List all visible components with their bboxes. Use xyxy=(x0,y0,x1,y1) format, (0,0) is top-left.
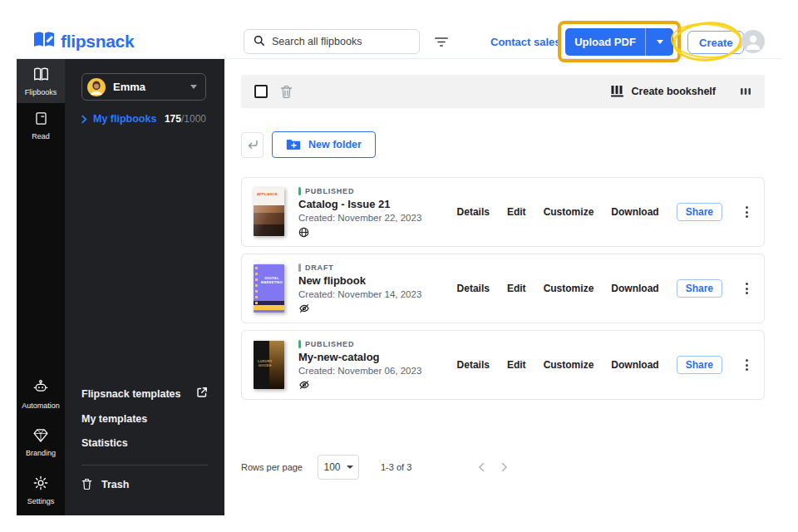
logo-wordmark: flipsnack xyxy=(61,32,134,52)
download-button[interactable]: Download xyxy=(611,283,658,294)
more-options-button[interactable] xyxy=(741,356,752,374)
my-flipbooks-label: My flipbooks xyxy=(93,113,156,125)
flipbooks-panel: Emma My flipbooks 175/1000 Flipsnack tem… xyxy=(65,59,224,515)
status-text: PUBLISHED xyxy=(305,187,354,195)
folder-plus-icon xyxy=(286,139,301,150)
status-badge: DRAFT xyxy=(298,264,421,272)
details-button[interactable]: Details xyxy=(457,359,490,371)
trash-icon xyxy=(81,478,92,490)
link-label: Flipsnack templates xyxy=(81,388,181,400)
upload-pdf-dropdown[interactable] xyxy=(645,28,673,56)
status-badge: PUBLISHED xyxy=(298,187,421,195)
download-button[interactable]: Download xyxy=(611,359,658,371)
share-button[interactable]: Share xyxy=(677,203,722,221)
more-options-button[interactable] xyxy=(741,203,752,221)
details-button[interactable]: Details xyxy=(457,206,490,218)
view-options-button[interactable] xyxy=(740,86,751,96)
read-icon xyxy=(33,111,49,126)
rows-per-page-select[interactable]: 100 xyxy=(318,455,359,480)
create-bookshelf-button[interactable]: Create bookshelf xyxy=(610,85,716,98)
chevron-down-icon xyxy=(190,85,197,89)
flipbook-list: APPLIANCE PUBLISHED Catalog - Issue 21 C… xyxy=(241,177,765,400)
row-actions: Details Edit Customize Download Share xyxy=(457,279,752,298)
pagination-bar: Rows per page 100 1-3 of 3 xyxy=(241,455,765,480)
flipsnack-logo[interactable]: flipsnack xyxy=(33,31,134,52)
download-button[interactable]: Download xyxy=(611,206,658,218)
search-bar[interactable] xyxy=(244,29,420,54)
edit-button[interactable]: Edit xyxy=(507,359,526,371)
eye-off-icon xyxy=(298,303,421,313)
flipbook-row: DIGITAL MARKETING DRAFT New flipbook Cre… xyxy=(241,254,765,323)
flipbook-thumbnail[interactable]: APPLIANCE xyxy=(254,188,284,236)
chevron-right-icon xyxy=(501,462,508,472)
columns-icon xyxy=(740,86,751,96)
sidebar-item-branding[interactable]: Branding xyxy=(17,420,65,464)
workspace-selector[interactable]: Emma xyxy=(81,73,206,101)
sidebar-label: Read xyxy=(17,132,65,140)
flipbook-info: PUBLISHED Catalog - Issue 21 Created: No… xyxy=(298,187,421,238)
sidebar-item-read[interactable]: Read xyxy=(17,103,65,147)
customize-button[interactable]: Customize xyxy=(544,206,594,218)
sidebar-item-flipbooks[interactable]: Flipbooks xyxy=(17,59,65,103)
external-link-icon xyxy=(196,387,208,401)
flipbook-created-date: Created: November 22, 2023 xyxy=(298,213,421,223)
share-button[interactable]: Share xyxy=(677,356,722,374)
automation-robot-icon xyxy=(32,379,49,396)
sidebar-item-automation[interactable]: Automation xyxy=(17,372,65,416)
delete-button[interactable] xyxy=(280,85,293,99)
row-actions: Details Edit Customize Download Share xyxy=(457,203,752,221)
flipsnack-app: flipsnack Contact sales Upload PDF Creat… xyxy=(17,25,781,515)
my-flipbooks-item[interactable]: My flipbooks 175/1000 xyxy=(81,113,206,125)
cover-text: APPLIANCE xyxy=(257,192,278,196)
chevron-down-icon xyxy=(657,40,663,44)
customize-button[interactable]: Customize xyxy=(544,359,594,371)
edit-button[interactable]: Edit xyxy=(507,206,526,218)
previous-page-button[interactable] xyxy=(478,462,485,472)
sidebar-item-settings[interactable]: Settings xyxy=(17,467,65,512)
flipsnack-templates-link[interactable]: Flipsnack templates xyxy=(81,387,208,401)
statistics-link[interactable]: Statistics xyxy=(81,437,208,449)
trash-icon xyxy=(280,85,293,99)
account-avatar[interactable] xyxy=(741,30,765,53)
workspace-name: Emma xyxy=(113,81,145,93)
sidebar-label: Automation xyxy=(17,401,65,410)
folder-bar: New folder xyxy=(241,131,765,158)
edit-button[interactable]: Edit xyxy=(507,283,526,294)
create-button[interactable]: Create xyxy=(687,31,744,54)
contact-sales-link[interactable]: Contact sales xyxy=(490,25,561,59)
flipsnack-logo-icon xyxy=(33,31,55,52)
my-templates-link[interactable]: My templates xyxy=(81,413,208,425)
search-input[interactable] xyxy=(272,36,411,47)
new-folder-label: New folder xyxy=(308,139,362,150)
back-button[interactable] xyxy=(241,132,264,158)
select-all-checkbox[interactable] xyxy=(254,85,268,98)
back-arrow-icon xyxy=(245,137,260,152)
person-icon xyxy=(741,30,765,53)
flipbook-info: DRAFT New flipbook Created: November 14,… xyxy=(298,264,421,313)
pager-controls xyxy=(478,462,508,472)
filter-button[interactable] xyxy=(432,34,451,49)
flipbook-thumbnail[interactable]: LUXURY GOODS xyxy=(254,341,284,389)
flipbook-created-date: Created: November 06, 2023 xyxy=(298,366,421,376)
new-folder-button[interactable]: New folder xyxy=(272,131,376,158)
bookshelf-icon xyxy=(610,85,625,98)
flipbook-row: LUXURY GOODS PUBLISHED My-new-catalog Cr… xyxy=(241,330,765,400)
cover-text: LUXURY GOODS xyxy=(258,359,273,367)
usage-counter: 175/1000 xyxy=(165,113,206,125)
share-button[interactable]: Share xyxy=(677,279,722,298)
flipbook-info: PUBLISHED My-new-catalog Created: Novemb… xyxy=(298,340,421,390)
status-bar-icon xyxy=(298,340,301,348)
next-page-button[interactable] xyxy=(501,462,508,472)
public-globe-icon xyxy=(298,227,421,238)
upload-pdf-button[interactable]: Upload PDF xyxy=(565,28,673,56)
more-options-button[interactable] xyxy=(741,279,752,298)
trash-link[interactable]: Trash xyxy=(81,478,208,490)
row-actions: Details Edit Customize Download Share xyxy=(457,356,752,374)
details-button[interactable]: Details xyxy=(457,283,490,294)
link-label: Statistics xyxy=(81,437,128,449)
filter-icon xyxy=(434,37,449,47)
customize-button[interactable]: Customize xyxy=(544,283,594,294)
flipbook-thumbnail[interactable]: DIGITAL MARKETING xyxy=(254,264,284,313)
status-text: DRAFT xyxy=(305,264,334,272)
status-text: PUBLISHED xyxy=(305,340,354,348)
